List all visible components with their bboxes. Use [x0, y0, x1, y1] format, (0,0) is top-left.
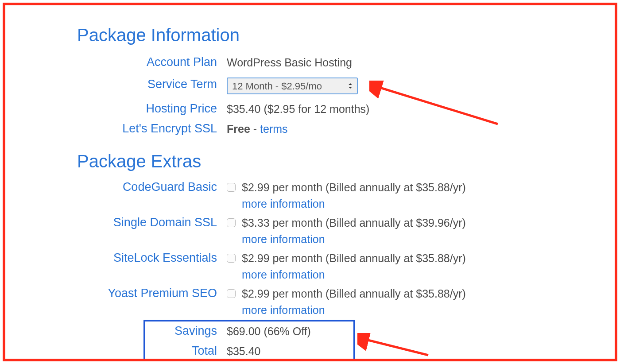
savings-value: $69.00 (66% Off): [227, 324, 311, 339]
total-label: Total: [5, 344, 227, 358]
yoast-label: Yoast Premium SEO: [5, 287, 227, 300]
codeguard-label: CodeGuard Basic: [5, 180, 227, 194]
codeguard-checkbox[interactable]: [227, 183, 236, 192]
savings-label: Savings: [5, 324, 227, 338]
package-extras-heading: Package Extras: [77, 151, 201, 171]
single-ssl-checkbox[interactable]: [227, 218, 236, 227]
account-plan-value: WordPress Basic Hosting: [227, 55, 352, 70]
annotation-frame: Package Information Account Plan WordPre…: [3, 3, 617, 361]
hosting-price-label: Hosting Price: [5, 102, 227, 116]
yoast-value: $2.99 per month (Billed annually at $35.…: [242, 287, 466, 300]
single-ssl-value: $3.33 per month (Billed annually at $39.…: [242, 217, 466, 229]
single-ssl-more-info-link[interactable]: more information: [242, 232, 325, 247]
account-plan-label: Account Plan: [5, 55, 227, 69]
yoast-checkbox[interactable]: [227, 289, 236, 298]
single-ssl-label: Single Domain SSL: [5, 216, 227, 229]
lets-encrypt-label: Let's Encrypt SSL: [5, 122, 227, 136]
codeguard-more-info-link[interactable]: more information: [242, 197, 325, 211]
yoast-more-info-link[interactable]: more information: [242, 303, 325, 318]
hosting-price-value: $35.40 ($2.95 for 12 months): [227, 102, 369, 116]
ssl-free-text: Free: [227, 123, 250, 135]
package-order-form: Package Information Account Plan WordPre…: [5, 5, 615, 359]
sitelock-value: $2.99 per month (Billed annually at $35.…: [242, 252, 466, 264]
ssl-sep: -: [250, 123, 260, 135]
lets-encrypt-value: Free - terms: [227, 122, 288, 136]
total-value: $35.40: [227, 344, 260, 359]
sitelock-more-info-link[interactable]: more information: [242, 267, 325, 282]
sitelock-checkbox[interactable]: [227, 254, 236, 263]
sitelock-label: SiteLock Essentials: [5, 251, 227, 265]
service-term-select[interactable]: 12 Month - $2.95/mo: [228, 79, 357, 94]
ssl-terms-link[interactable]: terms: [260, 123, 288, 135]
codeguard-value: $2.99 per month (Billed annually at $35.…: [242, 181, 466, 194]
service-term-select-wrap[interactable]: 12 Month - $2.95/mo: [227, 77, 358, 94]
package-info-heading: Package Information: [77, 25, 240, 45]
service-term-label: Service Term: [5, 77, 227, 91]
